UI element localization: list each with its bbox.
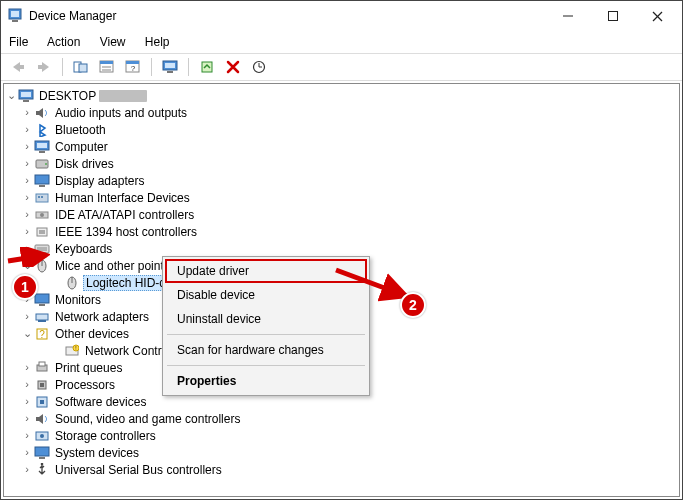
monitor-icon [34, 292, 50, 308]
collapsed-icon[interactable] [22, 294, 32, 305]
properties-button[interactable] [96, 56, 118, 78]
svg-text:?: ? [39, 329, 45, 340]
system-icon [34, 445, 50, 461]
tree-item[interactable]: Universal Serial Bus controllers [4, 461, 679, 478]
toolbar-sep [188, 58, 189, 76]
expand-icon[interactable] [6, 90, 16, 101]
sound-icon [34, 411, 50, 427]
tree-item[interactable]: Human Interface Devices [4, 189, 679, 206]
ctx-uninstall-device[interactable]: Uninstall device [165, 307, 367, 331]
menu-view[interactable]: View [100, 35, 126, 49]
svg-rect-20 [167, 71, 173, 73]
minimize-button[interactable] [545, 2, 590, 30]
tree-root[interactable]: DESKTOP [4, 87, 679, 104]
toolbar-sep [62, 58, 63, 76]
collapsed-icon[interactable] [22, 379, 32, 390]
tree-item[interactable]: Audio inputs and outputs [4, 104, 679, 121]
collapsed-icon[interactable] [22, 107, 32, 118]
svg-rect-59 [40, 383, 44, 387]
svg-rect-57 [39, 362, 45, 366]
svg-rect-34 [38, 196, 40, 198]
tree-item[interactable]: IEEE 1394 host controllers [4, 223, 679, 240]
svg-rect-50 [38, 320, 46, 322]
ctx-disable-device[interactable]: Disable device [165, 283, 367, 307]
other-dev-icon: ! [64, 343, 80, 359]
maximize-button[interactable] [590, 2, 635, 30]
update-driver-button[interactable] [196, 56, 218, 78]
collapsed-icon[interactable] [22, 243, 32, 254]
collapsed-icon[interactable] [22, 192, 32, 203]
svg-rect-24 [21, 92, 31, 97]
expanded-icon[interactable] [22, 260, 32, 271]
device-manager-window: Device Manager File Action View Help ? D… [0, 0, 683, 500]
tree-label: Print queues [53, 361, 124, 375]
toolbar: ? [1, 53, 682, 81]
window-buttons [545, 2, 680, 30]
monitor-button[interactable] [159, 56, 181, 78]
collapsed-icon[interactable] [22, 362, 32, 373]
ctx-separator [167, 334, 365, 335]
tree-item[interactable]: System devices [4, 444, 679, 461]
svg-rect-25 [23, 100, 29, 102]
menu-file[interactable]: File [9, 35, 28, 49]
uninstall-button[interactable] [222, 56, 244, 78]
collapsed-icon[interactable] [22, 226, 32, 237]
svg-point-37 [40, 213, 44, 217]
menu-action[interactable]: Action [47, 35, 80, 49]
tree-label: Software devices [53, 395, 148, 409]
svg-point-65 [41, 463, 44, 465]
collapsed-icon[interactable] [22, 396, 32, 407]
tree-label: IEEE 1394 host controllers [53, 225, 199, 239]
svg-rect-35 [41, 196, 43, 198]
ctx-properties[interactable]: Properties [165, 369, 367, 393]
collapsed-icon[interactable] [22, 141, 32, 152]
collapsed-icon[interactable] [22, 124, 32, 135]
tree-item[interactable]: IDE ATA/ATAPI controllers [4, 206, 679, 223]
svg-rect-64 [39, 457, 45, 459]
svg-rect-31 [35, 175, 49, 184]
svg-text:!: ! [75, 345, 76, 351]
menu-help[interactable]: Help [145, 35, 170, 49]
collapsed-icon[interactable] [22, 175, 32, 186]
tree-item[interactable]: Keyboards [4, 240, 679, 257]
svg-rect-19 [165, 63, 175, 68]
tree-item[interactable]: Bluetooth [4, 121, 679, 138]
back-button[interactable] [7, 56, 29, 78]
toolbar-sep [151, 58, 152, 76]
help-button[interactable]: ? [122, 56, 144, 78]
tree-label: Other devices [53, 327, 131, 341]
scan-hardware-button[interactable] [248, 56, 270, 78]
ieee-icon [34, 224, 50, 240]
mouse-icon [34, 258, 50, 274]
tree-item[interactable]: Disk drives [4, 155, 679, 172]
collapsed-icon[interactable] [22, 158, 32, 169]
tree-item[interactable]: Display adapters [4, 172, 679, 189]
ctx-update-driver[interactable]: Update driver [165, 259, 367, 283]
ctx-separator [167, 365, 365, 366]
svg-rect-12 [100, 61, 113, 64]
tree-label: IDE ATA/ATAPI controllers [53, 208, 196, 222]
collapsed-icon[interactable] [22, 311, 32, 322]
hid-icon [34, 190, 50, 206]
tree-label: DESKTOP [37, 89, 98, 103]
svg-text:?: ? [131, 64, 136, 73]
collapsed-icon[interactable] [22, 447, 32, 458]
show-hide-console-button[interactable] [70, 56, 92, 78]
tree-item[interactable]: Computer [4, 138, 679, 155]
expanded-icon[interactable] [22, 328, 32, 339]
collapsed-icon[interactable] [22, 209, 32, 220]
forward-button[interactable] [33, 56, 55, 78]
speaker-icon [34, 105, 50, 121]
tree-label: System devices [53, 446, 141, 460]
network-icon [34, 309, 50, 325]
close-button[interactable] [635, 2, 680, 30]
collapsed-icon[interactable] [22, 413, 32, 424]
tree-item[interactable]: Storage controllers [4, 427, 679, 444]
svg-rect-21 [202, 62, 212, 72]
tree-label: Monitors [53, 293, 103, 307]
tree-item[interactable]: Sound, video and game controllers [4, 410, 679, 427]
collapsed-icon[interactable] [22, 430, 32, 441]
ctx-scan-hardware[interactable]: Scan for hardware changes [165, 338, 367, 362]
tree-label: Disk drives [53, 157, 116, 171]
collapsed-icon[interactable] [22, 464, 32, 475]
